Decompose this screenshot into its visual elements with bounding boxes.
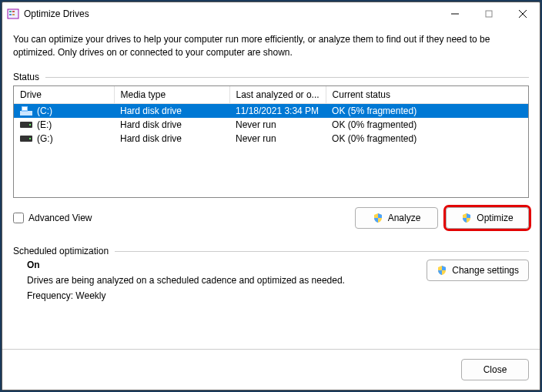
media-type: Hard disk drive	[114, 103, 229, 118]
sched-desc-text: Drives are being analyzed on a scheduled…	[27, 275, 345, 286]
current-status: OK (0% fragmented)	[326, 132, 528, 146]
svg-rect-3	[9, 14, 12, 15]
hdd-drive-icon	[20, 136, 32, 142]
advanced-view-text: Advanced View	[28, 213, 92, 223]
advanced-view-checkbox[interactable]	[13, 213, 24, 223]
analyze-label: Analyze	[388, 213, 421, 223]
drive-name: (C:)	[37, 106, 52, 116]
optimize-button[interactable]: Optimize	[446, 207, 529, 229]
shield-icon	[373, 213, 383, 223]
media-type: Hard disk drive	[114, 118, 229, 132]
col-header-media[interactable]: Media type	[114, 86, 229, 104]
table-row[interactable]: (G:)Hard disk driveNever runOK (0% fragm…	[14, 132, 528, 146]
shield-icon	[461, 213, 472, 223]
sched-row: On Drives are being analyzed on a schedu…	[13, 260, 529, 301]
last-analyzed: 11/18/2021 3:34 PM	[229, 103, 326, 118]
current-status: OK (0% fragmented)	[326, 118, 528, 132]
maximize-button[interactable]	[472, 2, 506, 25]
media-type: Hard disk drive	[114, 132, 229, 146]
divider	[45, 77, 529, 78]
col-header-status[interactable]: Current status	[326, 86, 528, 104]
col-header-last[interactable]: Last analyzed or o...	[229, 86, 326, 104]
svg-rect-1	[9, 11, 12, 12]
drive-name: (G:)	[37, 133, 53, 144]
action-buttons: Analyze Optimize	[355, 207, 529, 229]
sched-on-text: On	[27, 260, 345, 270]
svg-rect-11	[22, 107, 27, 110]
analyze-button[interactable]: Analyze	[355, 207, 438, 229]
table-row[interactable]: (E:)Hard disk driveNever runOK (0% fragm…	[14, 118, 528, 132]
divider	[115, 251, 529, 252]
content-area: You can optimize your drives to help you…	[2, 25, 540, 349]
footer: Close	[2, 349, 540, 390]
last-analyzed: Never run	[229, 132, 326, 146]
optimize-drives-window: Optimize Drives You can optimize your dr…	[2, 2, 540, 390]
sched-section-label: Scheduled optimization	[13, 246, 529, 256]
defrag-app-icon	[7, 8, 19, 20]
drives-table: Drive Media type Last analyzed or o... C…	[14, 86, 528, 146]
under-table-row: Advanced View Analyze Optimize	[13, 207, 529, 229]
current-status: OK (5% fragmented)	[326, 103, 528, 118]
table-header-row: Drive Media type Last analyzed or o... C…	[14, 86, 528, 104]
close-button[interactable]: Close	[461, 359, 529, 380]
advanced-view-checkbox-label[interactable]: Advanced View	[13, 213, 92, 223]
system-drive-icon	[20, 106, 32, 116]
col-header-drive[interactable]: Drive	[14, 86, 114, 104]
sched-info: On Drives are being analyzed on a schedu…	[27, 260, 345, 301]
status-section-label: Status	[13, 72, 529, 82]
shield-icon	[437, 265, 447, 276]
svg-rect-6	[486, 11, 492, 17]
description-text: You can optimize your drives to help you…	[13, 33, 529, 59]
change-settings-button[interactable]: Change settings	[427, 260, 529, 281]
titlebar: Optimize Drives	[2, 2, 540, 25]
status-label-text: Status	[13, 72, 39, 82]
hdd-drive-icon	[20, 122, 32, 128]
window-title: Optimize Drives	[24, 8, 89, 19]
sched-freq-text: Frequency: Weekly	[27, 290, 345, 301]
change-settings-label: Change settings	[452, 265, 519, 276]
minimize-button[interactable]	[438, 2, 472, 25]
optimize-label: Optimize	[477, 213, 513, 223]
close-label: Close	[483, 364, 507, 375]
svg-rect-4	[12, 14, 15, 15]
table-row[interactable]: (C:)Hard disk drive11/18/2021 3:34 PMOK …	[14, 103, 528, 118]
last-analyzed: Never run	[229, 118, 326, 132]
drives-table-container: Drive Media type Last analyzed or o... C…	[13, 85, 529, 198]
drive-name: (E:)	[37, 119, 52, 130]
svg-rect-2	[12, 11, 15, 12]
sched-label-text: Scheduled optimization	[13, 246, 109, 256]
close-window-button[interactable]	[506, 2, 540, 25]
